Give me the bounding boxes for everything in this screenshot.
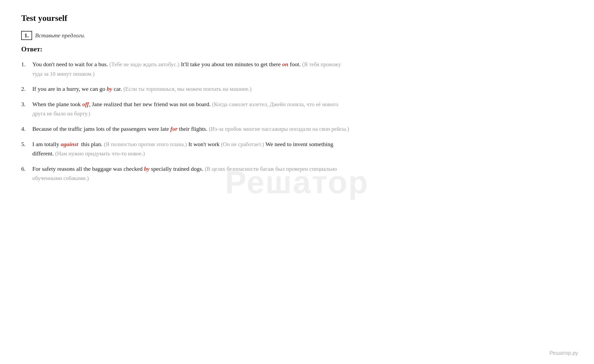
- item-text: When the plane took off, Jane realized t…: [32, 100, 350, 118]
- translation: (Если ты торопишься, мы можем поехать на…: [124, 86, 252, 92]
- translation: (Я тебя провожу туда за 10 минут пешком.…: [32, 61, 341, 77]
- item-text: You don't need to wait for a bus. (Тебе …: [32, 60, 350, 78]
- highlight-word: by: [144, 165, 150, 172]
- translation: (Нам нужно придумать что-то новое.): [55, 150, 145, 157]
- task-number: 1.: [21, 31, 32, 40]
- list-num: 2.: [21, 84, 29, 93]
- list-num: 3.: [21, 100, 29, 109]
- list-item: 2. If you are in a hurry, we can go by c…: [21, 84, 350, 94]
- item-text: For safety reasons all the baggage was c…: [32, 164, 350, 183]
- answer-list: 1. You don't need to wait for a bus. (Те…: [21, 60, 350, 183]
- list-num: 4.: [21, 124, 29, 133]
- list-num: 1.: [21, 60, 29, 69]
- list-num: 5.: [21, 140, 29, 149]
- translation: (Я полностью против этого плана.): [104, 141, 187, 147]
- item-text: I am totally against this plan. (Я полно…: [32, 140, 350, 158]
- highlight-word: off: [82, 101, 89, 107]
- translation: (В целях безопасности багаж был проверен…: [32, 166, 337, 182]
- item-text: Because of the traffic jams lots of the …: [32, 124, 350, 134]
- list-item: 5. I am totally against this plan. (Я по…: [21, 140, 350, 158]
- page-title: Test yourself: [21, 13, 350, 23]
- highlight-word: on: [282, 61, 288, 68]
- list-item: 4. Because of the traffic jams lots of t…: [21, 124, 350, 134]
- item-text: If you are in a hurry, we can go by car.…: [32, 84, 350, 94]
- translation: (Из-за пробок многие пассажиры опоздали …: [209, 126, 349, 132]
- translation: (Когда самолет взлетел, Джейн поняла, чт…: [32, 101, 338, 117]
- translation: (Тебе не надо ждать автобус.): [109, 61, 179, 68]
- list-num: 6.: [21, 164, 29, 173]
- task-instruction: Вставьте предлоги.: [35, 32, 85, 39]
- highlight-word: by: [107, 86, 112, 92]
- answer-heading: Ответ:: [21, 45, 350, 53]
- highlight-word: for: [170, 125, 178, 132]
- translation: (Он не сработает.): [221, 141, 264, 147]
- task-line: 1. Вставьте предлоги.: [21, 31, 350, 40]
- highlight-word: against: [61, 141, 78, 147]
- list-item: 6. For safety reasons all the baggage wa…: [21, 164, 350, 183]
- list-item: 3. When the plane took off, Jane realize…: [21, 100, 350, 118]
- list-item: 1. You don't need to wait for a bus. (Те…: [21, 60, 350, 78]
